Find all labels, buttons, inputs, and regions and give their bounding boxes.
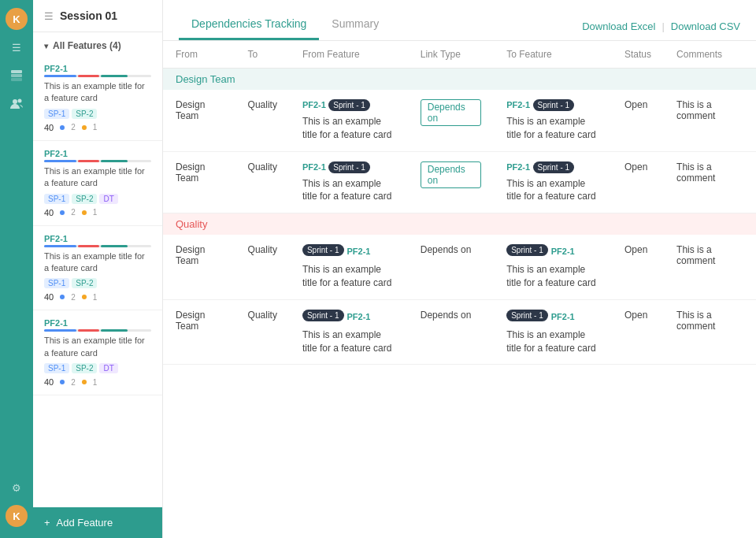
card-count: 40 bbox=[44, 208, 54, 217]
table-row: Design TeamQualityPF2-1 Sprint - 1This i… bbox=[163, 151, 756, 213]
feature-text: This is an example title for a feature c… bbox=[506, 263, 599, 290]
svg-rect-0 bbox=[11, 70, 22, 73]
feature-text: This is an example title for a feature c… bbox=[506, 115, 599, 142]
card-progress-bar bbox=[44, 75, 151, 77]
status-badge: Open bbox=[624, 244, 647, 255]
comment-cell: This is a comment bbox=[664, 299, 756, 365]
card-progress-bar bbox=[44, 329, 151, 332]
list-item[interactable]: PF2-1This is an example title for a feat… bbox=[33, 56, 162, 141]
col-from: From bbox=[163, 41, 235, 69]
feature-text: This is an example title for a feature c… bbox=[506, 328, 599, 355]
bottom-avatar[interactable]: K bbox=[6, 505, 28, 527]
comment-text: This is a comment bbox=[676, 244, 715, 266]
dependencies-table: FromToFrom FeatureLink TypeTo FeatureSta… bbox=[163, 41, 756, 365]
card-id: PF2-1 bbox=[44, 318, 151, 328]
card-id: PF2-1 bbox=[44, 149, 151, 158]
from-cell: Design Team bbox=[163, 235, 235, 299]
svg-rect-1 bbox=[11, 74, 22, 77]
status-cell: Open bbox=[612, 151, 664, 213]
from-feature-cell: PF2-1 Sprint - 1This is an example title… bbox=[290, 90, 408, 151]
pf-link[interactable]: PF2-1 bbox=[506, 162, 530, 172]
table-header: FromToFrom FeatureLink TypeTo FeatureSta… bbox=[163, 41, 756, 69]
card-tags: SP-1SP-2 bbox=[44, 278, 151, 288]
dot-count-blue: 2 bbox=[71, 293, 76, 302]
list-item[interactable]: PF2-1This is an example title for a feat… bbox=[33, 141, 162, 226]
list-item[interactable]: PF2-1This is an example title for a feat… bbox=[33, 310, 162, 395]
to-cell: Quality bbox=[235, 235, 290, 299]
dot-count-blue: 2 bbox=[71, 123, 76, 132]
pf-link[interactable]: PF2-1 bbox=[551, 312, 575, 321]
menu-icon[interactable]: ☰ bbox=[6, 36, 28, 58]
all-features-label: All Features (4) bbox=[53, 40, 121, 51]
card-count: 40 bbox=[44, 292, 54, 302]
card-progress-bar bbox=[44, 245, 151, 247]
card-id: PF2-1 bbox=[44, 234, 151, 243]
dot-yellow bbox=[82, 380, 87, 384]
download-excel-link[interactable]: Download Excel bbox=[582, 20, 655, 32]
status-cell: Open bbox=[612, 90, 664, 151]
table-body: Design TeamDesign TeamQualityPF2-1 Sprin… bbox=[163, 69, 756, 365]
dot-blue bbox=[60, 380, 65, 384]
dot-count-yellow: 1 bbox=[93, 208, 98, 217]
group-name: Design Team bbox=[163, 69, 756, 91]
add-feature-button[interactable]: + Add Feature bbox=[33, 507, 162, 538]
tag: SP-2 bbox=[72, 278, 97, 288]
header-actions: Download Excel | Download CSV bbox=[582, 20, 740, 40]
card-footer: 40 2 1 bbox=[44, 123, 151, 132]
card-tags: SP-1SP-2 bbox=[44, 109, 151, 119]
group-row-quality: Quality bbox=[163, 213, 756, 236]
tag: SP-2 bbox=[72, 363, 97, 373]
from-cell: Design Team bbox=[163, 151, 235, 213]
to-feature-cell: PF2-1 Sprint - 1This is an example title… bbox=[494, 151, 612, 213]
sidebar-section-header: ▾ All Features (4) bbox=[33, 32, 162, 56]
dot-count-yellow: 1 bbox=[93, 293, 98, 302]
list-item[interactable]: PF2-1This is an example title for a feat… bbox=[33, 226, 162, 311]
sprint-badge: Sprint - 1 bbox=[328, 161, 370, 173]
table-row: Design TeamQualitySprint - 1 PF2-1 This … bbox=[163, 235, 756, 299]
pf-link[interactable]: PF2-1 bbox=[347, 312, 371, 321]
link-type-cell: Depends on bbox=[408, 90, 494, 151]
download-csv-link[interactable]: Download CSV bbox=[671, 20, 740, 32]
card-text: This is an example title for a feature c… bbox=[44, 335, 151, 359]
add-feature-label: Add Feature bbox=[57, 517, 113, 529]
pf-link[interactable]: PF2-1 bbox=[302, 162, 326, 172]
comment-cell: This is a comment bbox=[664, 151, 756, 213]
dot-count-yellow: 1 bbox=[93, 123, 98, 132]
people-icon[interactable] bbox=[6, 93, 28, 115]
from-feature-cell: Sprint - 1 PF2-1 This is an example titl… bbox=[290, 299, 408, 365]
main-content: Dependencies TrackingSummary Download Ex… bbox=[163, 0, 756, 538]
card-progress-bar bbox=[44, 160, 151, 162]
status-badge: Open bbox=[624, 161, 647, 173]
tab-dependencies-tracking[interactable]: Dependencies Tracking bbox=[179, 11, 319, 40]
sidebar-menu-icon[interactable]: ☰ bbox=[44, 10, 54, 22]
sprint-badge: Sprint - 1 bbox=[328, 99, 370, 111]
pf-link[interactable]: PF2-1 bbox=[551, 247, 575, 256]
card-footer: 40 2 1 bbox=[44, 292, 151, 302]
sprint-badge: Sprint - 1 bbox=[506, 244, 548, 256]
pf-link[interactable]: PF2-1 bbox=[506, 100, 530, 109]
sprint-badge: Sprint - 1 bbox=[533, 161, 575, 173]
layers-icon[interactable] bbox=[6, 65, 28, 87]
card-tags: SP-1SP-2DT bbox=[44, 194, 151, 204]
svg-rect-2 bbox=[11, 78, 22, 81]
feature-text: This is an example title for a feature c… bbox=[302, 115, 395, 142]
tag: SP-2 bbox=[72, 194, 97, 204]
feature-text: This is an example title for a feature c… bbox=[302, 328, 395, 355]
tab-summary[interactable]: Summary bbox=[319, 11, 391, 40]
tabs: Dependencies TrackingSummary bbox=[179, 11, 391, 40]
sidebar: ☰ Session 01 ▾ All Features (4) PF2-1Thi… bbox=[33, 0, 163, 538]
to-feature-cell: Sprint - 1 PF2-1 This is an example titl… bbox=[494, 235, 612, 299]
comment-text: This is a comment bbox=[676, 310, 715, 332]
to-cell: Quality bbox=[235, 90, 290, 151]
pf-link[interactable]: PF2-1 bbox=[302, 100, 326, 109]
dot-count-blue: 2 bbox=[71, 378, 76, 387]
dot-yellow bbox=[82, 210, 87, 215]
sprint-badge: Sprint - 1 bbox=[533, 99, 575, 111]
user-avatar[interactable]: K bbox=[6, 8, 28, 30]
status-cell: Open bbox=[612, 235, 664, 299]
settings-icon[interactable]: ⚙ bbox=[6, 477, 28, 499]
dot-count-blue: 2 bbox=[71, 208, 76, 217]
pf-link[interactable]: PF2-1 bbox=[347, 247, 371, 256]
to-cell: Quality bbox=[235, 151, 290, 213]
card-footer: 40 2 1 bbox=[44, 377, 151, 387]
